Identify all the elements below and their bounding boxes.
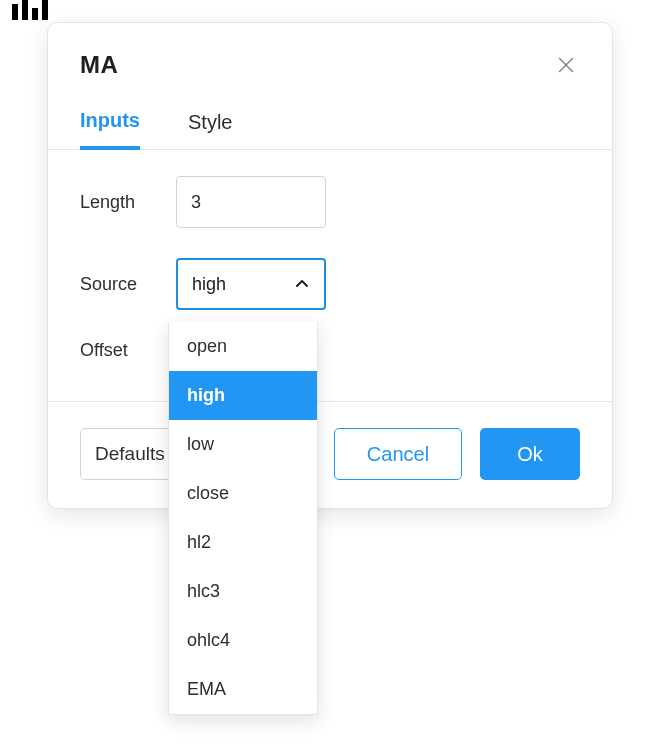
chart-bars-fragment-icon: [10, 0, 60, 22]
svg-rect-1: [22, 0, 28, 20]
source-select-value: high: [192, 274, 226, 295]
close-button[interactable]: [552, 51, 580, 79]
source-option-ohlc4[interactable]: ohlc4: [169, 616, 317, 665]
source-option-close[interactable]: close: [169, 469, 317, 518]
row-offset: Offset: [80, 340, 580, 361]
length-label: Length: [80, 192, 176, 213]
cancel-button[interactable]: Cancel: [334, 428, 462, 480]
footer-right-buttons: Cancel Ok: [334, 428, 580, 480]
dialog-title: MA: [80, 51, 118, 79]
tab-inputs[interactable]: Inputs: [80, 109, 140, 150]
close-icon: [555, 54, 577, 76]
tab-style[interactable]: Style: [188, 109, 232, 149]
tabs: Inputs Style: [48, 79, 612, 150]
svg-rect-2: [32, 8, 38, 20]
row-source: Source high: [80, 258, 580, 310]
chevron-up-icon: [294, 276, 310, 292]
dialog-footer: Defaults Cancel Ok: [48, 401, 612, 508]
source-option-hl2[interactable]: hl2: [169, 518, 317, 567]
source-label: Source: [80, 274, 176, 295]
length-input[interactable]: [176, 176, 326, 228]
source-option-open[interactable]: open: [169, 322, 317, 371]
ok-button[interactable]: Ok: [480, 428, 580, 480]
source-option-hlc3[interactable]: hlc3: [169, 567, 317, 616]
ma-settings-dialog: MA Inputs Style Length Source high: [47, 22, 613, 509]
source-option-low[interactable]: low: [169, 420, 317, 469]
svg-rect-3: [42, 0, 48, 20]
source-dropdown[interactable]: open high low close hl2 hlc3 ohlc4 EMA: [168, 322, 318, 715]
svg-rect-0: [12, 4, 18, 20]
row-length: Length: [80, 176, 580, 228]
source-option-high[interactable]: high: [169, 371, 317, 420]
source-option-ema[interactable]: EMA: [169, 665, 317, 714]
dialog-header: MA: [48, 23, 612, 79]
dialog-body: Length Source high Offset: [48, 150, 612, 401]
offset-label: Offset: [80, 340, 176, 361]
source-select[interactable]: high: [176, 258, 326, 310]
